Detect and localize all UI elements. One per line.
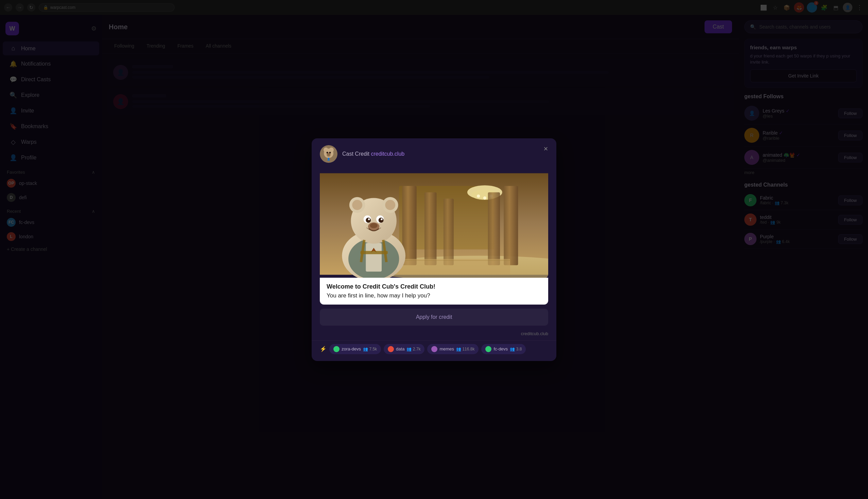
tag-label: zora-devs	[342, 346, 361, 352]
svg-point-32	[385, 200, 395, 210]
tag-dot	[333, 346, 340, 352]
svg-point-6	[329, 151, 331, 153]
svg-rect-43	[360, 251, 388, 254]
svg-point-38	[381, 218, 383, 220]
svg-point-15	[483, 196, 486, 199]
modal-domain: creditcub.club	[311, 330, 557, 340]
modal-author-avatar: 👤	[320, 145, 338, 163]
lightning-icon: ⚡	[320, 346, 327, 352]
svg-text:👤: 👤	[327, 157, 330, 161]
modal-image	[320, 170, 548, 278]
svg-point-40	[370, 223, 377, 228]
svg-point-2	[323, 147, 328, 152]
tag-fc-devs[interactable]: fc-devs 👥 3.8	[481, 344, 526, 354]
svg-rect-18	[425, 192, 436, 265]
modal-caption: Welcome to Credit Cub's Credit Club! You…	[320, 278, 548, 305]
tag-label: memes	[439, 346, 454, 352]
tag-count: 👥 7.5k	[363, 347, 377, 352]
avatar-svg: 👤	[320, 145, 338, 163]
tag-count: 👥 116.8k	[456, 347, 475, 352]
modal-author-link[interactable]: creditcub.club	[371, 151, 404, 157]
modal-image-svg	[320, 170, 548, 278]
tag-dot	[388, 346, 394, 352]
tag-dot	[485, 346, 491, 352]
modal-caption-title: Welcome to Credit Cub's Credit Club!	[327, 283, 541, 290]
svg-point-7	[327, 154, 330, 156]
svg-point-5	[327, 151, 328, 153]
tag-dot	[431, 346, 437, 352]
apply-credit-button[interactable]: Apply for credit	[320, 309, 548, 326]
tag-data[interactable]: data 👥 2.7k	[384, 344, 425, 354]
tag-count: 👥 2.7k	[406, 347, 420, 352]
svg-point-37	[368, 218, 370, 220]
tag-label: data	[396, 346, 404, 352]
tag-label: fc-devs	[493, 346, 508, 352]
cast-modal: 👤 Cast Credit creditcub.club ×	[311, 138, 557, 361]
svg-rect-19	[443, 198, 454, 265]
modal-overlay[interactable]: 👤 Cast Credit creditcub.club ×	[0, 0, 868, 499]
modal-tags: ⚡ zora-devs 👥 7.5k data 👥 2.7k memes	[311, 340, 557, 361]
svg-point-31	[352, 200, 362, 210]
modal-author-label: Cast Credit	[342, 151, 369, 157]
svg-rect-21	[488, 192, 500, 265]
tag-count: 👥 3.8	[510, 347, 522, 352]
modal-author-info: Cast Credit creditcub.club	[342, 151, 404, 157]
svg-point-14	[477, 194, 480, 197]
modal-header: 👤 Cast Credit creditcub.club ×	[311, 138, 557, 170]
modal-close-button[interactable]: ×	[541, 144, 551, 154]
svg-point-36	[379, 218, 384, 223]
svg-point-35	[366, 218, 371, 223]
modal-caption-subtitle: You are first in line, how may I help yo…	[327, 292, 541, 299]
svg-rect-26	[366, 243, 382, 271]
tag-memes[interactable]: memes 👥 116.8k	[427, 344, 478, 354]
svg-point-3	[329, 147, 334, 152]
svg-rect-20	[504, 186, 518, 265]
tag-zora-devs[interactable]: zora-devs 👥 7.5k	[329, 344, 381, 354]
